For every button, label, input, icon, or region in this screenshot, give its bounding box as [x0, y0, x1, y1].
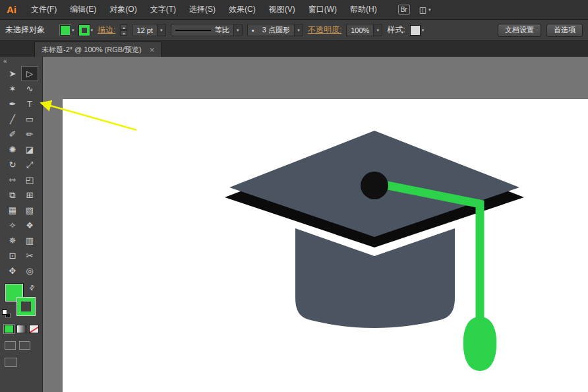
stroke-panel-link[interactable]: 描边: [98, 24, 115, 36]
control-bar: 未选择对象 ▾ ▾ 描边: ▲ ▼ 12 pt ▾ 等比 ▾ • 3 点圆形 ▾ [0, 20, 588, 41]
pen-tool[interactable]: ✒ [4, 96, 21, 112]
opacity-combo[interactable]: 100% ▾ [346, 24, 382, 36]
selection-tool[interactable]: ➤ [4, 66, 21, 81]
stepper-up-icon[interactable]: ▲ [120, 24, 127, 30]
chevron-down-icon: ▾ [428, 7, 431, 12]
paintbrush-tool[interactable]: ✐ [4, 127, 21, 142]
mesh-tool[interactable]: ▦ [4, 203, 21, 218]
menu-item-2[interactable]: 对象(O) [103, 0, 143, 19]
type-tool[interactable]: T [21, 96, 38, 112]
brush-caret[interactable]: ▾ [294, 24, 303, 36]
draw-mode-row [0, 341, 42, 350]
rotate-tool[interactable]: ↻ [4, 157, 21, 172]
eyedropper-tool[interactable]: ✧ [4, 218, 21, 233]
swap-fill-stroke-icon[interactable]: ⇄ [27, 283, 36, 292]
fill-color-control[interactable]: ▾ [60, 25, 74, 36]
pencil-tool[interactable]: ✏ [21, 127, 38, 142]
scale-tool[interactable]: ⤢ [21, 157, 38, 172]
selection-status: 未选择对象 [5, 24, 45, 36]
free-transform-tool[interactable]: ◰ [21, 172, 38, 187]
opacity-panel-link[interactable]: 不透明度: [308, 24, 341, 36]
workspace-switcher[interactable]: ◫ ▾ [419, 5, 431, 15]
chevron-down-icon: ▾ [237, 28, 239, 32]
fill-color-swatch[interactable] [60, 25, 71, 36]
document-setup-button[interactable]: 文档设置 [498, 24, 541, 37]
fill-caret-icon[interactable]: ▾ [72, 28, 74, 32]
style-label: 样式: [387, 24, 405, 36]
lasso-tool[interactable]: ∿ [21, 81, 38, 96]
rectangle-tool[interactable]: ▭ [21, 112, 38, 127]
document-tab[interactable]: 未标题-2* @ 100% (RGB/预览) × [34, 42, 162, 57]
artboard[interactable] [63, 99, 588, 392]
menu-item-8[interactable]: 帮助(H) [343, 0, 384, 19]
menu-item-3[interactable]: 文字(T) [144, 0, 183, 19]
paint-mode-row [0, 325, 42, 333]
slice-tool[interactable]: ✂ [21, 248, 38, 263]
blend-tool[interactable]: ❖ [21, 218, 38, 233]
brush-definition-value: 3 点圆形 [258, 25, 294, 35]
close-icon[interactable]: × [150, 46, 155, 54]
graduation-cap-artwork [63, 99, 588, 392]
screen-mode-button[interactable] [5, 358, 17, 367]
stroke-color-control[interactable]: ▾ [79, 25, 94, 36]
preferences-button[interactable]: 首选项 [546, 24, 583, 37]
fill-stroke-wells: ⇄ [0, 282, 42, 319]
artboard-tool[interactable]: ⊡ [4, 248, 21, 263]
magic-wand-tool[interactable]: ✶ [4, 81, 21, 96]
shape-builder-tool[interactable]: ⧉ [4, 187, 21, 203]
menu-item-7[interactable]: 窗口(W) [302, 0, 343, 19]
stroke-width-caret[interactable]: ▾ [157, 24, 165, 36]
menu-extra: Br ◫ ▾ [398, 5, 431, 15]
workspace-grid-icon: ◫ [419, 5, 426, 15]
column-graph-tool[interactable]: ▥ [21, 233, 38, 248]
line-segment-tool[interactable]: ╱ [4, 112, 21, 127]
perspective-grid-tool[interactable]: ⊞ [21, 187, 38, 203]
style-swatch[interactable] [410, 25, 421, 36]
document-tab-strip: 未标题-2* @ 100% (RGB/预览) × [0, 41, 588, 57]
stepper-down-icon[interactable]: ▼ [120, 30, 127, 36]
brush-definition-combo[interactable]: • 3 点圆形 ▾ [247, 24, 303, 36]
chevron-down-icon: ▾ [377, 28, 380, 32]
gradient-tool[interactable]: ▧ [21, 203, 38, 218]
workspace: « ➤▷✶∿✒T╱▭✐✏✺◪↻⤢⇿◰⧉⊞▦▧✧❖✵▥⊡✂✥◎ ⇄ [0, 57, 588, 392]
chevron-down-icon: ▾ [160, 28, 163, 32]
collapse-panel-icon[interactable]: « [0, 57, 42, 66]
menu-item-5[interactable]: 效果(C) [222, 0, 262, 19]
eraser-tool[interactable]: ◪ [21, 142, 38, 157]
none-mode-button[interactable] [29, 325, 39, 333]
draw-behind-button[interactable] [19, 341, 30, 350]
stroke-width-stepper[interactable]: ▲ ▼ [120, 24, 127, 36]
bridge-icon[interactable]: Br [398, 5, 410, 15]
stroke-width-combo[interactable]: 12 pt ▾ [132, 24, 165, 36]
stroke-color-swatch[interactable] [79, 25, 90, 36]
menu-item-1[interactable]: 编辑(E) [63, 0, 103, 19]
width-profile-combo[interactable]: 等比 ▾ [171, 24, 243, 36]
color-mode-button[interactable] [4, 325, 14, 333]
menu-item-4[interactable]: 选择(S) [183, 0, 222, 19]
width-profile-caret[interactable]: ▾ [233, 24, 242, 36]
symbol-sprayer-tool[interactable]: ✵ [4, 233, 21, 248]
zoom-tool[interactable]: ◎ [21, 263, 38, 278]
hand-tool[interactable]: ✥ [4, 263, 21, 278]
menu-item-6[interactable]: 视图(V) [262, 0, 302, 19]
stroke-well[interactable] [17, 298, 35, 315]
style-control[interactable]: ▾ [410, 25, 425, 36]
width-tool[interactable]: ⇿ [4, 172, 21, 187]
menu-item-0[interactable]: 文件(F) [24, 0, 63, 19]
default-fill-stroke-icon[interactable] [2, 310, 11, 318]
brush-dot-icon: • [248, 26, 258, 34]
gradient-mode-button[interactable] [16, 325, 26, 333]
control-bar-buttons: 文档设置 首选项 [498, 24, 583, 37]
chevron-down-icon: ▾ [297, 28, 300, 32]
opacity-caret[interactable]: ▾ [373, 24, 382, 36]
stroke-width-value: 12 pt [132, 26, 156, 34]
tools-grid: ➤▷✶∿✒T╱▭✐✏✺◪↻⤢⇿◰⧉⊞▦▧✧❖✵▥⊡✂✥◎ [0, 66, 42, 278]
draw-normal-button[interactable] [5, 341, 16, 350]
direct-selection-tool[interactable]: ▷ [21, 66, 38, 81]
tassel-shape[interactable] [463, 317, 497, 371]
canvas-area[interactable] [43, 57, 588, 392]
cap-button-shape[interactable] [361, 172, 388, 199]
blob-brush-tool[interactable]: ✺ [4, 142, 21, 157]
stroke-caret-icon[interactable]: ▾ [91, 28, 94, 32]
style-caret-icon[interactable]: ▾ [422, 28, 425, 32]
